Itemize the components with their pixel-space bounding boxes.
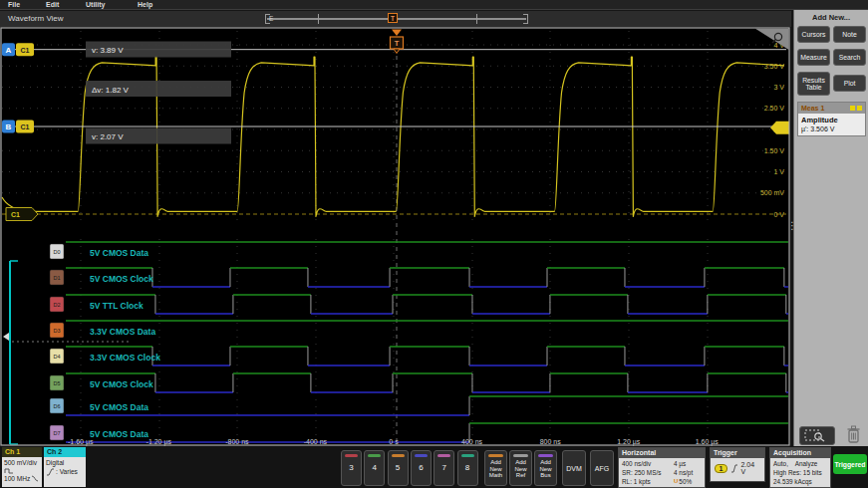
add-new-plot-button[interactable]: Plot <box>833 75 866 92</box>
measurement-badge-body: Amplitude µ': 3.506 V <box>798 114 865 135</box>
record-bar-divider <box>318 14 319 24</box>
y-axis-label: 2.50 V <box>764 105 785 112</box>
menu-item-help[interactable]: Help <box>138 0 152 10</box>
trigger-panel[interactable]: Trigger 1 2.04 V <box>710 447 765 482</box>
cursor-a-badge-label: A <box>6 46 12 55</box>
cursor-a-readout-text: v: 3.89 V <box>92 46 124 55</box>
add-new-note-button[interactable]: Note <box>833 26 866 43</box>
cursor-source-label: C1 <box>21 123 30 130</box>
cursor-b-readout-text: v: 2.07 V <box>92 132 124 141</box>
acquisition-row: High Res: 15 bits <box>773 468 827 477</box>
menu-bar: FileEditUtilityHelp <box>0 0 868 10</box>
channel-6-button[interactable]: 6 <box>411 450 432 486</box>
trash-button[interactable] <box>844 424 862 445</box>
trash-icon <box>846 425 861 444</box>
button-label: AddNewBus <box>535 459 556 479</box>
y-axis-label: 1 V <box>773 168 784 175</box>
x-axis-label: 800 ns <box>540 438 562 445</box>
channel-5-button[interactable]: 5 <box>388 450 409 486</box>
channel-1-badge[interactable]: Ch 1 500 mV/div 100 MHz <box>2 447 42 487</box>
cursor-source-label: C1 <box>21 47 30 54</box>
horizontal-value: 400 ns/div <box>622 459 674 468</box>
rising-edge-icon <box>730 464 738 473</box>
waveform-plot[interactable]: D0D1D2D3D4D5D6D7AC1BC1v: 3.89 VΔv: 1.82 … <box>0 27 791 446</box>
horizontal-panel-title: Horizontal <box>619 448 705 458</box>
x-axis-label: -1.20 µs <box>146 438 172 446</box>
y-axis-label: 0 V <box>773 211 784 218</box>
dvm-button[interactable]: DVM <box>562 450 586 486</box>
cursor-b-badge-label: B <box>6 122 12 131</box>
d1-badge-label: D1 <box>53 275 60 281</box>
waveform-view-title: Waveform View <box>8 11 64 27</box>
add-new-measure-button[interactable]: Measure <box>797 49 830 66</box>
channel-2-name: Ch 2 <box>44 447 86 457</box>
add-new-results-table-button[interactable]: Results Table <box>797 72 830 96</box>
menu-item-file[interactable]: File <box>8 0 20 10</box>
expansion-point-icon: U <box>674 477 678 486</box>
record-trigger-marker[interactable]: T <box>388 13 398 23</box>
channel-color-strip <box>437 454 450 457</box>
channel-button-label: 8 <box>458 463 477 472</box>
horizontal-value-text: 4 µs <box>674 459 686 468</box>
record-bar-right-bracket <box>523 14 528 24</box>
bottom-bar: Ch 1 500 mV/div 100 MHz Ch 2 Digital : V… <box>0 446 868 488</box>
add-new-search-button[interactable]: Search <box>833 49 866 66</box>
add-new-ref-button[interactable]: AddNewRef <box>509 450 532 486</box>
horizontal-value: 4 µs <box>674 459 686 468</box>
d4-channel-label: 3.3V CMOS Clock <box>90 353 160 363</box>
horizontal-value: 4 ns/pt <box>674 468 693 477</box>
channel-3-button[interactable]: 3 <box>341 450 362 486</box>
x-axis-label: 400 ns <box>461 438 483 445</box>
record-bar-divider <box>476 14 477 24</box>
channel-color-strip <box>415 454 428 457</box>
afg-button[interactable]: AFG <box>590 450 614 486</box>
threshold-icon <box>46 468 55 476</box>
d6-badge-label: D6 <box>53 403 60 409</box>
horizontal-value: U50% <box>674 477 692 486</box>
add-new-title: Add New... <box>794 13 868 22</box>
d7-badge-label: D7 <box>53 430 60 436</box>
channel-button-label: 6 <box>412 463 431 472</box>
d2-badge-label: D2 <box>53 302 60 308</box>
add-new-bus-button[interactable]: AddNewBus <box>534 450 557 486</box>
ch1-ground-tag-label: C1 <box>11 211 20 218</box>
x-axis-label: -1.60 µs <box>68 438 94 446</box>
measurement-badge[interactable]: Meas 1 Amplitude µ': 3.506 V <box>797 102 866 136</box>
record-view-bar[interactable]: E T <box>265 14 528 25</box>
y-axis-label: 3.50 V <box>764 63 785 70</box>
menu-item-edit[interactable]: Edit <box>46 0 59 10</box>
channel-1-scale: 500 mV/div <box>4 458 40 467</box>
x-axis-label: 0 s <box>389 438 399 445</box>
channel-1-settings: 500 mV/div 100 MHz <box>2 457 42 487</box>
y-axis-label: 3 V <box>773 84 784 91</box>
acquisition-panel[interactable]: Acquisition Auto, AnalyzeHigh Res: 15 bi… <box>769 447 831 488</box>
zoom-icon <box>804 429 830 442</box>
add-new-cursors-button[interactable]: Cursors <box>797 26 830 43</box>
channel-8-button[interactable]: 8 <box>457 450 478 486</box>
channel-4-button[interactable]: 4 <box>364 450 385 486</box>
d6-channel-label: 5V CMOS Data <box>90 402 148 412</box>
d0-channel-label: 5V CMOS Data <box>90 248 148 258</box>
oscilloscope-screen: FileEditUtilityHelp Waveform View E T D0… <box>0 0 868 488</box>
horizontal-panel[interactable]: Horizontal 400 ns/div4 µsSR: 250 MS/s4 n… <box>618 447 706 488</box>
menu-item-utility[interactable]: Utility <box>86 0 105 10</box>
button-label: AddNewRef <box>510 459 531 479</box>
channel-1-bandwidth: 100 MHz <box>4 474 40 483</box>
zoom-button[interactable] <box>799 426 835 445</box>
acquisition-row: Auto, Analyze <box>773 459 827 468</box>
right-panel: Add New... CursorsNoteMeasureSearchResul… <box>793 10 868 446</box>
button-color-strip <box>513 454 528 457</box>
channel-2-badge[interactable]: Ch 2 Digital : Varies <box>44 447 86 487</box>
button-label: AddNewMath <box>485 459 506 479</box>
add-new-math-button[interactable]: AddNewMath <box>484 450 507 486</box>
channel-7-button[interactable]: 7 <box>434 450 454 486</box>
d3-badge-label: D3 <box>53 328 60 334</box>
view-strip: Waveform View E T <box>0 11 791 27</box>
measurement-name: Amplitude <box>801 116 862 124</box>
button-color-strip <box>488 454 503 457</box>
measurement-badge-header: Meas 1 <box>798 103 865 114</box>
meas-indicator-icon <box>857 106 862 111</box>
horizontal-row: RL: 1 kptsU50% <box>622 477 702 486</box>
expansion-marker: E <box>269 14 273 24</box>
trigger-source-badge: 1 <box>715 464 727 473</box>
